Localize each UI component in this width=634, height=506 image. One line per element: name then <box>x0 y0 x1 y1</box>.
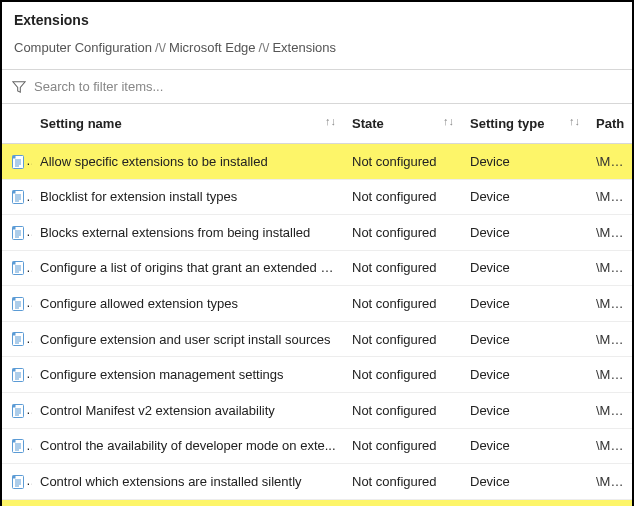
chevron-sep-icon: /\/ <box>259 40 270 55</box>
row-state: Not configured <box>344 144 462 180</box>
row-state: Not configured <box>344 286 462 322</box>
row-name[interactable]: Blocklist for extension install types <box>32 179 344 215</box>
row-state: Not configured <box>344 179 462 215</box>
col-header-name[interactable]: Setting name ↑↓ <box>32 104 344 144</box>
sort-icon[interactable]: ↑↓ <box>443 116 454 127</box>
row-icon-cell <box>2 179 32 215</box>
breadcrumb: Computer Configuration /\/ Microsoft Edg… <box>14 40 620 55</box>
table-row[interactable]: Allow specific extensions to be installe… <box>2 144 632 180</box>
document-icon <box>10 296 26 312</box>
document-icon <box>10 189 26 205</box>
breadcrumb-item[interactable]: Computer Configuration <box>14 40 152 55</box>
col-header-label: Setting type <box>470 116 544 131</box>
row-path: \Micros <box>588 499 632 506</box>
table-row[interactable]: Blocks external extensions from being in… <box>2 215 632 251</box>
search-input[interactable] <box>32 78 622 95</box>
breadcrumb-item[interactable]: Extensions <box>272 40 336 55</box>
document-icon <box>10 403 26 419</box>
row-path: \Micros <box>588 321 632 357</box>
sort-icon[interactable]: ↑↓ <box>325 116 336 127</box>
document-icon <box>10 260 26 276</box>
row-type: Device <box>462 499 588 506</box>
row-type: Device <box>462 286 588 322</box>
row-name[interactable]: Configure a list of origins that grant a… <box>32 250 344 286</box>
row-state: Not configured <box>344 215 462 251</box>
row-path: \Micros <box>588 215 632 251</box>
row-icon-cell <box>2 499 32 506</box>
document-icon <box>10 367 26 383</box>
col-header-label: State <box>352 116 384 131</box>
row-state: Not configured <box>344 392 462 428</box>
row-type: Device <box>462 144 588 180</box>
row-name[interactable]: Configure allowed extension types <box>32 286 344 322</box>
table-row[interactable]: Control the availability of developer mo… <box>2 428 632 464</box>
col-header-label: Setting name <box>40 116 122 131</box>
table-row[interactable]: Configure a list of origins that grant a… <box>2 250 632 286</box>
row-icon-cell <box>2 464 32 500</box>
row-type: Device <box>462 179 588 215</box>
row-path: \Micros <box>588 392 632 428</box>
row-name[interactable]: Configure extension management settings <box>32 357 344 393</box>
row-name[interactable]: Control which extensions are installed s… <box>32 464 344 500</box>
row-name[interactable]: Allow specific extensions to be installe… <box>32 144 344 180</box>
row-icon-cell <box>2 357 32 393</box>
row-path: \Micros <box>588 179 632 215</box>
table-header-row: Setting name ↑↓ State ↑↓ Setting type ↑↓… <box>2 104 632 144</box>
row-path: \Micros <box>588 250 632 286</box>
table-row[interactable]: Configure allowed extension typesNot con… <box>2 286 632 322</box>
row-icon-cell <box>2 286 32 322</box>
row-type: Device <box>462 428 588 464</box>
row-name[interactable]: Control the availability of developer mo… <box>32 428 344 464</box>
document-icon <box>10 154 26 170</box>
row-type: Device <box>462 392 588 428</box>
row-type: Device <box>462 464 588 500</box>
col-header-state[interactable]: State ↑↓ <box>344 104 462 144</box>
breadcrumb-item[interactable]: Microsoft Edge <box>169 40 256 55</box>
header: Extensions Computer Configuration /\/ Mi… <box>2 2 632 70</box>
col-header-label: Path <box>596 116 624 131</box>
filter-icon <box>12 80 26 94</box>
row-type: Device <box>462 250 588 286</box>
row-icon-cell <box>2 428 32 464</box>
table-row[interactable]: Control Manifest v2 extension availabili… <box>2 392 632 428</box>
row-state: Not configured <box>344 321 462 357</box>
row-state: Not configured <box>344 464 462 500</box>
document-icon <box>10 331 26 347</box>
row-state: Not configured <box>344 428 462 464</box>
search-bar[interactable] <box>2 70 632 104</box>
document-icon <box>10 438 26 454</box>
col-header-path[interactable]: Path <box>588 104 632 144</box>
row-type: Device <box>462 357 588 393</box>
row-path: \Micros <box>588 286 632 322</box>
document-icon <box>10 474 26 490</box>
row-path: \Micros <box>588 428 632 464</box>
row-type: Device <box>462 321 588 357</box>
page-title: Extensions <box>14 12 620 28</box>
row-name[interactable]: Configure extension and user script inst… <box>32 321 344 357</box>
row-icon-cell <box>2 392 32 428</box>
row-icon-cell <box>2 250 32 286</box>
chevron-sep-icon: /\/ <box>155 40 166 55</box>
row-state: Not configured <box>344 250 462 286</box>
row-state: Not configured <box>344 499 462 506</box>
row-type: Device <box>462 215 588 251</box>
row-path: \Micros <box>588 357 632 393</box>
table-row[interactable]: Blocklist for extension install typesNot… <box>2 179 632 215</box>
table-row[interactable]: Configure extension management settingsN… <box>2 357 632 393</box>
row-icon-cell <box>2 321 32 357</box>
document-icon <box>10 225 26 241</box>
sort-icon[interactable]: ↑↓ <box>569 116 580 127</box>
table-row[interactable]: Control which extensions cannot be insta… <box>2 499 632 506</box>
table-row[interactable]: Configure extension and user script inst… <box>2 321 632 357</box>
row-path: \Micros <box>588 464 632 500</box>
row-name[interactable]: Control which extensions cannot be insta… <box>32 499 344 506</box>
row-path: \Micros <box>588 144 632 180</box>
col-header-icon <box>2 104 32 144</box>
row-icon-cell <box>2 215 32 251</box>
row-icon-cell <box>2 144 32 180</box>
row-name[interactable]: Blocks external extensions from being in… <box>32 215 344 251</box>
table-row[interactable]: Control which extensions are installed s… <box>2 464 632 500</box>
row-state: Not configured <box>344 357 462 393</box>
row-name[interactable]: Control Manifest v2 extension availabili… <box>32 392 344 428</box>
col-header-type[interactable]: Setting type ↑↓ <box>462 104 588 144</box>
